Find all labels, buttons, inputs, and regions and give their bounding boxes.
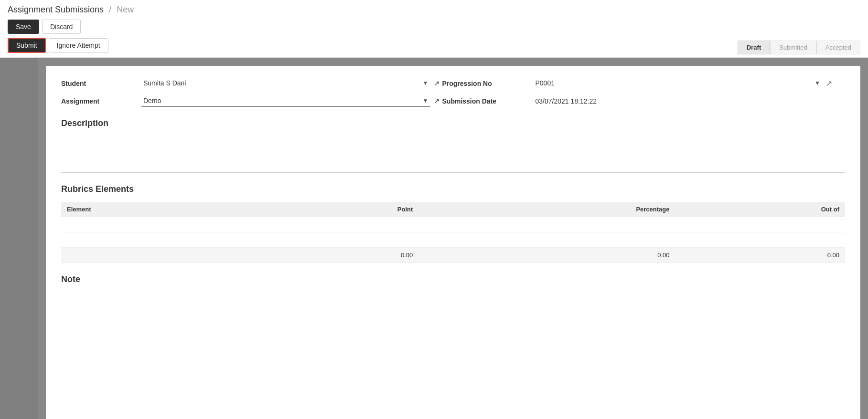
ignore-attempt-button[interactable]: Ignore Attempt	[49, 38, 108, 52]
rubrics-total-row: 0.00 0.00 0.00	[61, 248, 845, 263]
total-percentage: 0.00	[418, 248, 675, 263]
submission-date-value: 03/07/2021 18:12:22	[534, 95, 823, 107]
progression-no-select[interactable]: P0001	[534, 77, 823, 89]
assignment-label: Assignment	[61, 97, 138, 105]
status-accepted: Accepted	[816, 41, 860, 54]
progression-no-link-icon-wrapper: ↗	[826, 79, 845, 88]
submit-button[interactable]: Submit	[8, 38, 46, 53]
rubrics-empty-row-1	[61, 217, 845, 232]
progression-no-select-wrapper: P0001 ▼	[534, 77, 823, 89]
description-title: Description	[61, 118, 845, 128]
rubrics-title: Rubrics Elements	[61, 184, 845, 194]
rubrics-table-header-row: Element Point Percentage Out of	[61, 202, 845, 217]
section-divider	[61, 172, 845, 173]
form-grid: Student Sumita S Dani ▼ ↗ Progression No…	[61, 77, 845, 107]
rubrics-table: Element Point Percentage Out of	[61, 202, 845, 263]
submission-date-external-link-icon: ↗	[434, 97, 439, 105]
progression-no-label-wrapper: ↗ Progression No	[434, 80, 530, 87]
save-button[interactable]: Save	[8, 20, 39, 34]
student-label: Student	[61, 80, 138, 87]
status-draft: Draft	[738, 41, 770, 54]
status-bar: Draft Submitted Accepted	[738, 41, 860, 54]
total-out-of: 0.00	[675, 248, 846, 263]
progression-no-external-link-icon[interactable]: ↗	[434, 80, 439, 87]
status-submitted: Submitted	[770, 41, 816, 54]
assignment-select-wrapper: Demo ▼	[141, 95, 430, 107]
note-section: Note	[61, 274, 845, 284]
breadcrumb-sub: New	[117, 5, 134, 14]
rubrics-section: Rubrics Elements Element Point Percentag…	[61, 184, 845, 263]
discard-button[interactable]: Discard	[42, 20, 81, 34]
rubrics-empty-row-2	[61, 232, 845, 248]
breadcrumb-separator: /	[109, 5, 111, 14]
col-percentage: Percentage	[418, 202, 675, 217]
submission-date-label-wrapper: ↗ Submission Date	[434, 97, 530, 105]
description-content	[61, 136, 845, 165]
breadcrumb-main: Assignment Submissions	[8, 5, 104, 14]
assignment-select[interactable]: Demo	[141, 95, 430, 106]
col-out-of: Out of	[675, 202, 846, 217]
breadcrumb: Assignment Submissions / New	[8, 5, 860, 15]
col-point: Point	[265, 202, 419, 217]
sidebar	[0, 58, 38, 419]
col-element: Element	[61, 202, 265, 217]
main-content: Student Sumita S Dani ▼ ↗ Progression No…	[46, 66, 860, 419]
progression-no-open-icon[interactable]: ↗	[826, 79, 832, 88]
student-select-wrapper: Sumita S Dani ▼	[141, 77, 430, 89]
note-title: Note	[61, 274, 845, 284]
student-select[interactable]: Sumita S Dani	[141, 77, 430, 89]
submission-date-label: Submission Date	[442, 97, 497, 105]
progression-no-label: Progression No	[442, 80, 492, 87]
total-point: 0.00	[265, 248, 419, 263]
